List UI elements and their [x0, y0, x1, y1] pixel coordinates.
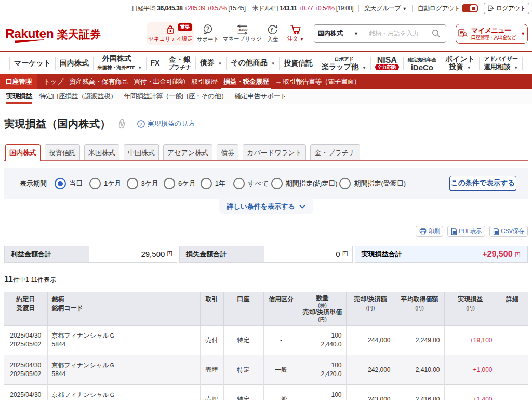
svg-text:Rakuten: Rakuten [5, 27, 54, 41]
svg-text:BANK: BANK [238, 29, 248, 32]
svg-text:CSV: CSV [495, 231, 499, 234]
svg-text:¥: ¥ [270, 27, 273, 33]
svg-text:PDF: PDF [453, 231, 457, 234]
svg-text:楽天証券: 楽天証券 [57, 28, 101, 40]
svg-text:?: ? [140, 121, 142, 126]
